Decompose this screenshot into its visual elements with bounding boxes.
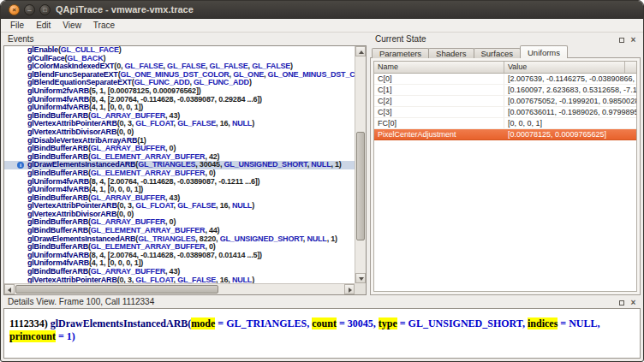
event-row[interactable]: iglDrawElementsInstancedARB(GL_TRIANGLES…: [4, 161, 355, 169]
uniforms-table: NameValue C[0][2.007639, -0.1146275, -0.…: [373, 61, 637, 292]
menu-item-view[interactable]: View: [57, 20, 87, 31]
event-row[interactable]: glBindBufferARB(GL_ELEMENT_ARRAY_BUFFER,…: [4, 169, 355, 178]
event-row[interactable]: glColorMaskIndexedEXT(0, GL_FALSE, GL_FA…: [4, 62, 355, 71]
scroll-up-icon[interactable]: [355, 46, 366, 56]
event-row[interactable]: glUniform4fvARB(8, 4, [2.00764, -0.11462…: [4, 178, 355, 187]
event-row[interactable]: glBindBufferARB(GL_ARRAY_BUFFER, 0): [4, 145, 355, 153]
uniform-name: C[1]: [374, 85, 504, 95]
event-row[interactable]: glUniform4fvARB(8, 4, [2.00764, -0.11462…: [4, 96, 355, 104]
table-row[interactable]: C[0][2.007639, -0.1146275, -0.03890866, …: [374, 74, 636, 85]
float-icon[interactable]: [617, 298, 626, 307]
scrollbar-thumb[interactable]: [356, 132, 365, 240]
menu-bar: FileEditViewTrace: [1, 19, 643, 33]
detail-segment: glDrawElementsInstancedARB(: [51, 317, 192, 329]
event-row[interactable]: glUniform4fvARB(4, 1, [0, 0, 0, 1]): [4, 186, 355, 194]
event-row[interactable]: glVertexAttribPointerARB(0, 3, GL_FLOAT,…: [4, 202, 355, 211]
detail-segment: mode: [191, 317, 215, 329]
uniform-value: [0.007675052, -0.1999201, 0.9850028, 1.7…: [504, 96, 636, 106]
state-tab-bar: ParametersShadersSurfacesUniforms: [372, 45, 567, 58]
uniforms-body: C[0][2.007639, -0.1146275, -0.03890866, …: [374, 74, 636, 291]
event-row[interactable]: glUniform4fvARB(4, 1, [0, 0, 0, 1]): [4, 104, 355, 112]
tab-uniforms[interactable]: Uniforms: [520, 45, 568, 58]
event-row[interactable]: glEnable(GL_CULL_FACE): [4, 46, 355, 55]
close-icon[interactable]: ×: [629, 298, 638, 307]
uniform-value: [0.007636011, -0.1989026, 0.9799895, 2.1…: [504, 107, 636, 117]
detail-segment: = GL_TRIANGLES,: [215, 317, 312, 329]
table-row[interactable]: C[3][0.007636011, -0.1989026, 0.9799895,…: [374, 107, 636, 118]
window-title: QApiTrace - vmware-vmx.trace: [56, 4, 194, 15]
column-header-name[interactable]: Name: [374, 62, 504, 73]
table-corner: [625, 62, 636, 73]
uniform-name: PixelCenterAdjustment: [374, 129, 504, 139]
tab-surfaces[interactable]: Surfaces: [474, 48, 522, 58]
close-icon[interactable]: ×: [629, 35, 638, 45]
table-row[interactable]: FC[0][0, 0, 0, 1]: [374, 118, 636, 129]
current-state-title: Current State: [375, 34, 426, 44]
uniform-name: C[0]: [374, 74, 504, 84]
maximize-icon[interactable]: □: [39, 4, 51, 15]
event-row[interactable]: glVertexAttribPointerARB(0, 3, GL_FLOAT,…: [4, 276, 355, 283]
event-row[interactable]: glUniform2fvARB(5, 1, [0.00078125, 0.000…: [4, 87, 355, 96]
events-panel: glEnable(GL_CULL_FACE)glCullFace(GL_BACK…: [3, 45, 367, 295]
uniforms-header: NameValue: [374, 62, 636, 74]
scrollbar-corner: [355, 283, 366, 294]
minimize-icon[interactable]: –: [24, 4, 35, 15]
event-row[interactable]: glBindBufferARB(GL_ARRAY_BUFFER, 43): [4, 112, 355, 121]
scrollbar-thumb[interactable]: [15, 285, 218, 294]
details-view: 1112334) glDrawElementsInstancedARB(mode…: [3, 308, 641, 359]
detail-segment: 1112334): [9, 317, 51, 329]
events-panel-title: Events: [8, 34, 34, 44]
tab-shaders[interactable]: Shaders: [428, 48, 474, 58]
uniform-value: [0, 0, 0, 1]: [504, 118, 636, 128]
detail-segment: = 1): [56, 330, 75, 342]
event-row[interactable]: glVertexAttribDivisorARB(0, 0): [4, 211, 355, 219]
menu-item-edit[interactable]: Edit: [30, 20, 57, 31]
detail-segment: = NULL,: [558, 317, 602, 329]
menu-item-trace[interactable]: Trace: [87, 20, 121, 31]
detail-segment: primcount: [9, 330, 56, 342]
event-row[interactable]: glBlendEquationSeparateEXT(GL_FUNC_ADD, …: [4, 79, 355, 87]
table-row[interactable]: C[1][0.160097, 2.623683, 0.5312658, -7.1…: [374, 85, 636, 96]
event-row[interactable]: glBindBufferARB(GL_ARRAY_BUFFER, 0): [4, 218, 355, 227]
uniform-value: [0.160097, 2.623683, 0.5312658, -7.14394…: [504, 85, 636, 95]
table-row[interactable]: PixelCenterAdjustment[0.00078125, 0.0009…: [374, 129, 636, 140]
detail-segment: type: [379, 317, 397, 329]
event-row[interactable]: glDrawElementsInstancedARB(GL_TRIANGLES,…: [4, 235, 355, 244]
event-row[interactable]: glBindBufferARB(GL_ARRAY_BUFFER, 43): [4, 194, 355, 203]
event-row[interactable]: glBindBufferARB(GL_ELEMENT_ARRAY_BUFFER,…: [4, 153, 355, 162]
event-row[interactable]: glDisableVertexAttribArrayARB(1): [4, 137, 355, 145]
detail-segment: count: [312, 317, 337, 329]
float-icon[interactable]: [617, 35, 626, 45]
scroll-right-icon[interactable]: [344, 284, 355, 294]
events-vertical-scrollbar[interactable]: [355, 46, 366, 283]
close-icon[interactable]: ×: [9, 4, 20, 15]
detail-segment: = GL_UNSIGNED_SHORT,: [397, 317, 528, 329]
events-horizontal-scrollbar[interactable]: [4, 283, 355, 294]
detail-segment: indices: [528, 317, 558, 329]
event-row[interactable]: glBindBufferARB(GL_ARRAY_BUFFER, 43): [4, 268, 355, 276]
event-row[interactable]: glUniform4fvARB(8, 4, [2.00764, -0.11462…: [4, 252, 355, 260]
event-row[interactable]: glBindBufferARB(GL_ELEMENT_ARRAY_BUFFER,…: [4, 243, 355, 252]
table-row[interactable]: C[2][0.007675052, -0.1999201, 0.9850028,…: [374, 96, 636, 107]
tab-parameters[interactable]: Parameters: [372, 48, 429, 58]
details-panel-title: Details View. Frame 100, Call 1112334: [8, 297, 154, 306]
column-header-value[interactable]: Value: [504, 62, 625, 73]
uniform-value: [0.00078125, 0.0009765625]: [504, 129, 636, 139]
title-bar: × – □ QApiTrace - vmware-vmx.trace: [1, 1, 643, 19]
event-list[interactable]: glEnable(GL_CULL_FACE)glCullFace(GL_BACK…: [4, 46, 355, 283]
event-row[interactable]: glBindBufferARB(GL_ELEMENT_ARRAY_BUFFER,…: [4, 227, 355, 235]
details-text: 1112334) glDrawElementsInstancedARB(mode…: [4, 309, 640, 352]
menu-item-file[interactable]: File: [4, 20, 30, 31]
event-row[interactable]: glCullFace(GL_BACK): [4, 55, 355, 63]
state-pane: NameValue C[0][2.007639, -0.1146275, -0.…: [370, 57, 641, 295]
event-row[interactable]: glBlendFuncSeparateEXT(GL_ONE_MINUS_DST_…: [4, 71, 355, 80]
scroll-left-icon[interactable]: [4, 284, 15, 294]
uniform-name: C[2]: [374, 96, 504, 106]
screenshot: × – □ QApiTrace - vmware-vmx.trace FileE…: [0, 0, 644, 362]
event-row[interactable]: glUniform4fvARB(4, 1, [0, 0, 0, 1]): [4, 259, 355, 268]
app-window: × – □ QApiTrace - vmware-vmx.trace FileE…: [0, 0, 644, 362]
scroll-down-icon[interactable]: [355, 273, 366, 283]
event-row[interactable]: glVertexAttribDivisorARB(0, 0): [4, 128, 355, 137]
event-row[interactable]: glVertexAttribPointerARB(0, 3, GL_FLOAT,…: [4, 120, 355, 128]
uniform-name: C[3]: [374, 107, 504, 117]
